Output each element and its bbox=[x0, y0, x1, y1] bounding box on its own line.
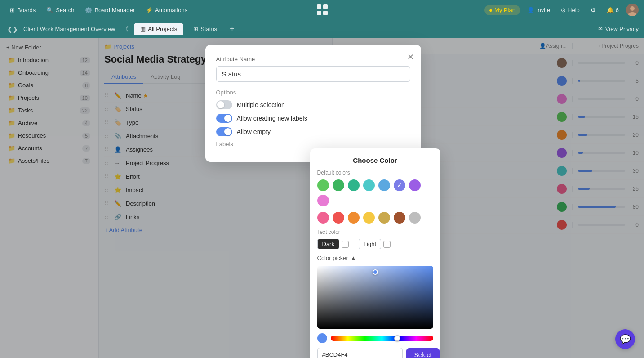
select-color-button[interactable]: Select bbox=[406, 348, 440, 358]
swatch-gold[interactable] bbox=[378, 212, 390, 224]
text-color-options: Dark Light bbox=[317, 239, 433, 249]
second-navigation: ❮❯ Client Work Management Overview 《 ▦ A… bbox=[0, 20, 644, 38]
allow-empty-label: Allow empty bbox=[237, 128, 271, 135]
notification-count: 6 bbox=[616, 7, 619, 13]
light-label: Light bbox=[359, 239, 381, 249]
top-nav-right: ● My Plan 👤 Invite ⊙ Help ⚙ 🔔 6 bbox=[484, 4, 639, 16]
add-tab-button[interactable]: + bbox=[227, 24, 237, 34]
search-icon: 🔍 bbox=[46, 7, 53, 13]
plan-icon: ● bbox=[489, 7, 493, 13]
my-plan-button[interactable]: ● My Plan bbox=[484, 5, 520, 15]
gradient-thumb[interactable] bbox=[373, 269, 378, 275]
app-logo bbox=[315, 3, 329, 17]
dark-label: Dark bbox=[317, 239, 339, 249]
color-swatches-row2 bbox=[317, 212, 433, 224]
top-navigation: ⊞ Boards 🔍 Search ⚙️ Board Manager ⚡ Aut… bbox=[0, 0, 644, 20]
logo-center bbox=[315, 3, 329, 17]
search-label: Search bbox=[56, 7, 74, 13]
swatch-green-light[interactable] bbox=[317, 179, 329, 191]
labels-section-label: Labels bbox=[216, 141, 410, 148]
default-colors-label: Default colors bbox=[317, 170, 433, 176]
chat-button[interactable]: 💬 bbox=[615, 329, 635, 349]
status-tab-label: Status bbox=[200, 26, 217, 32]
tab-status[interactable]: ⊞ Status bbox=[187, 23, 223, 35]
chat-icon: 💬 bbox=[620, 334, 631, 345]
hue-slider-container bbox=[317, 333, 433, 343]
view-privacy-label: View Privacy bbox=[605, 26, 639, 32]
collapse-arrow[interactable]: 《 bbox=[120, 24, 130, 34]
chevron-up-icon: ▲ bbox=[351, 255, 356, 261]
view-privacy-button[interactable]: 👁 View Privacy bbox=[598, 26, 639, 32]
settings-icon: ⚙️ bbox=[85, 7, 92, 13]
svg-rect-1 bbox=[323, 4, 328, 9]
search-nav-item[interactable]: 🔍 Search bbox=[42, 4, 79, 16]
hue-preview-swatch bbox=[317, 333, 327, 343]
grid-small-icon: ▦ bbox=[140, 26, 146, 32]
nav-back-forward[interactable]: ❮❯ bbox=[5, 25, 20, 34]
all-projects-tab-label: All Projects bbox=[148, 26, 177, 32]
allow-new-labels-toggle[interactable] bbox=[216, 114, 232, 123]
text-light-option: Light bbox=[359, 239, 391, 249]
swatch-blue-light[interactable] bbox=[378, 179, 390, 191]
color-picker-label: Color picker bbox=[317, 255, 348, 261]
automations-label: Automations bbox=[155, 7, 187, 13]
swatch-purple[interactable] bbox=[409, 179, 421, 191]
swatch-green[interactable] bbox=[333, 179, 344, 191]
notifications-button[interactable]: 🔔 6 bbox=[603, 5, 622, 15]
swatch-pink-light[interactable] bbox=[317, 195, 329, 206]
grid-icon: ⊞ bbox=[10, 7, 15, 13]
swatch-brown[interactable] bbox=[394, 212, 405, 224]
color-picker-popup: Choose Color Default colors Text color D… bbox=[310, 148, 440, 358]
light-checkbox[interactable] bbox=[383, 241, 391, 248]
invite-icon: 👤 bbox=[527, 7, 534, 13]
settings-button[interactable]: ⚙ bbox=[587, 5, 600, 15]
svg-rect-0 bbox=[317, 4, 321, 9]
hue-thumb[interactable] bbox=[394, 335, 400, 341]
multiple-selection-label: Multiple selection bbox=[237, 101, 285, 108]
swatch-pink[interactable] bbox=[317, 212, 329, 224]
allow-new-labels-label: Allow creating new labels bbox=[237, 115, 307, 122]
eye-icon: 👁 bbox=[598, 26, 604, 32]
svg-point-5 bbox=[628, 12, 636, 16]
tab-all-projects[interactable]: ▦ All Projects bbox=[134, 23, 183, 35]
invite-button[interactable]: 👤 Invite bbox=[524, 5, 554, 15]
swatch-red[interactable] bbox=[333, 212, 344, 224]
boards-label: Boards bbox=[17, 7, 36, 13]
color-gradient-picker[interactable] bbox=[317, 266, 433, 329]
allow-empty-toggle[interactable] bbox=[216, 127, 232, 136]
help-button[interactable]: ⊙ Help bbox=[557, 5, 583, 15]
option-allow-empty: Allow empty bbox=[216, 127, 410, 136]
swatch-cyan[interactable] bbox=[363, 179, 375, 191]
columns-icon: ⊞ bbox=[193, 26, 198, 32]
hue-slider[interactable] bbox=[331, 336, 433, 341]
breadcrumb: Client Work Management Overview bbox=[23, 26, 115, 32]
swatch-orange[interactable] bbox=[348, 212, 360, 224]
zap-icon: ⚡ bbox=[146, 7, 153, 13]
board-manager-nav-item[interactable]: ⚙️ Board Manager bbox=[80, 4, 139, 16]
dark-checkbox[interactable] bbox=[342, 241, 349, 248]
options-label: Options bbox=[216, 89, 410, 96]
color-popup-title: Choose Color bbox=[317, 157, 433, 164]
swatch-yellow[interactable] bbox=[363, 212, 375, 224]
modal-close-button[interactable]: ✕ bbox=[407, 52, 414, 62]
boards-nav-item[interactable]: ⊞ Boards bbox=[5, 4, 40, 16]
attribute-name-input[interactable]: Status bbox=[216, 66, 410, 82]
board-manager-label: Board Manager bbox=[94, 7, 135, 13]
option-multiple-selection: Multiple selection bbox=[216, 100, 410, 109]
multiple-selection-toggle[interactable] bbox=[216, 100, 232, 109]
swatch-teal[interactable] bbox=[348, 179, 360, 191]
svg-rect-3 bbox=[323, 11, 328, 15]
text-color-label: Text color bbox=[317, 229, 433, 235]
attribute-modal: ✕ Attribute Name Status Options Multiple… bbox=[205, 45, 421, 162]
my-plan-label: My Plan bbox=[494, 7, 515, 13]
bell-icon: 🔔 bbox=[607, 7, 614, 13]
user-avatar[interactable] bbox=[626, 4, 639, 16]
color-picker-toggle[interactable]: Color picker ▲ bbox=[317, 255, 433, 261]
automations-nav-item[interactable]: ⚡ Automations bbox=[141, 4, 192, 16]
hex-input[interactable]: #BCD4F4 bbox=[317, 348, 403, 358]
swatch-purple-blue[interactable] bbox=[394, 179, 405, 191]
help-icon: ⊙ bbox=[561, 7, 566, 13]
swatch-gray[interactable] bbox=[409, 212, 421, 224]
help-label: Help bbox=[568, 7, 580, 13]
color-swatches-row1 bbox=[317, 179, 433, 206]
